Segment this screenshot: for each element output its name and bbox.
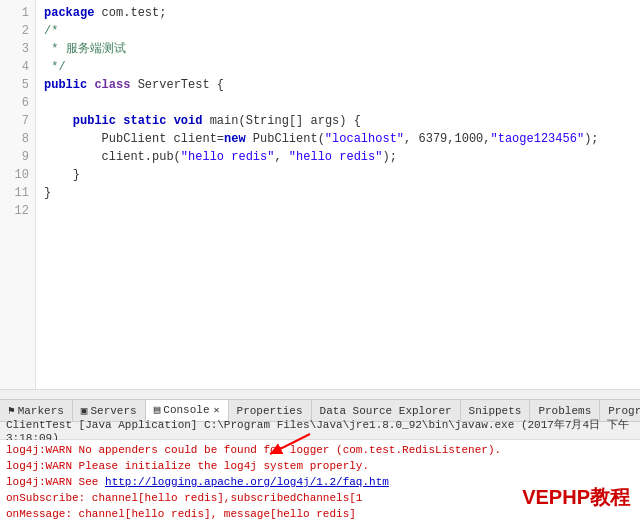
- code-line-11: }: [44, 184, 632, 202]
- code-line-3: * 服务端测试: [44, 40, 632, 58]
- code-line-1: package com.test;: [44, 4, 632, 22]
- tab-snippets-label: Snippets: [469, 405, 522, 417]
- code-line-8: PubClient client=new PubClient("localhos…: [44, 130, 632, 148]
- tab-console-label: Console: [163, 404, 209, 416]
- watermark: VEPHP教程: [522, 484, 630, 511]
- log-link[interactable]: http://logging.apache.org/log4j/1.2/faq.…: [105, 476, 389, 488]
- tab-datasource-label: Data Source Explorer: [320, 405, 452, 417]
- servers-icon: ▣: [81, 404, 88, 417]
- tab-servers-label: Servers: [90, 405, 136, 417]
- code-line-10: }: [44, 166, 632, 184]
- code-line-2: /*: [44, 22, 632, 40]
- code-line-9: client.pub("hello redis", "hello redis")…: [44, 148, 632, 166]
- tab-markers-label: Markers: [18, 405, 64, 417]
- line-numbers: 1 2 3 4 5 6 7 8 9 10 11 12: [0, 0, 36, 389]
- tab-problems-label: Problems: [538, 405, 591, 417]
- h-scrollbar[interactable]: [0, 389, 640, 399]
- editor-area[interactable]: 1 2 3 4 5 6 7 8 9 10 11 12 package com.t…: [0, 0, 640, 400]
- log-line-2: log4j:WARN Please initialize the log4j s…: [6, 458, 634, 474]
- svg-line-0: [270, 434, 310, 454]
- tab-properties-label: Properties: [237, 405, 303, 417]
- code-area[interactable]: package com.test; /* * 服务端测试 */ public c…: [36, 0, 640, 389]
- code-line-12: [44, 202, 632, 220]
- code-line-4: */: [44, 58, 632, 76]
- code-line-5: public class ServerTest {: [44, 76, 632, 94]
- code-line-7: public static void main(String[] args) {: [44, 112, 632, 130]
- log-line-1: log4j:WARN No appenders could be found f…: [6, 442, 634, 458]
- arrow-annotation: [260, 429, 320, 463]
- console-close-icon[interactable]: ✕: [214, 404, 220, 416]
- tab-progress-label: Progress: [608, 405, 640, 417]
- code-line-6: [44, 94, 632, 112]
- console-icon: ▤: [154, 403, 161, 416]
- markers-icon: ⚑: [8, 404, 15, 417]
- console-header: ClientTest [Java Application] C:\Program…: [0, 422, 640, 440]
